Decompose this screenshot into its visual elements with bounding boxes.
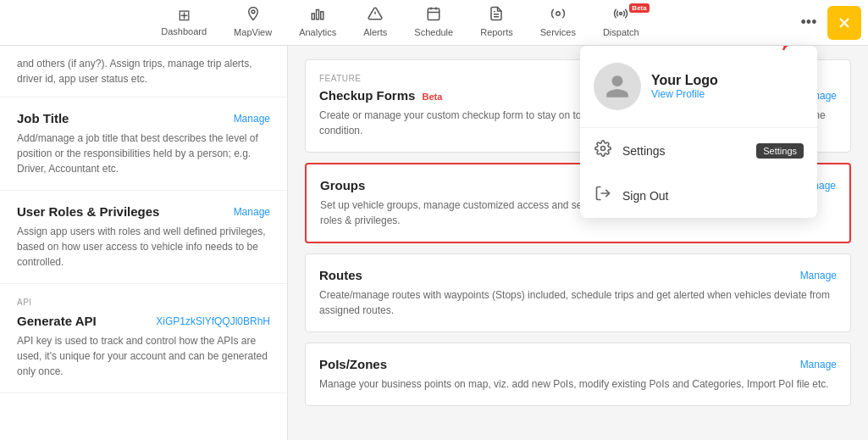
svg-rect-5 (428, 8, 440, 20)
api-tag: API (17, 298, 270, 307)
svg-rect-0 (312, 14, 314, 19)
settings-icon (594, 140, 612, 161)
api-title: Generate API (17, 314, 97, 328)
nav-item-analytics[interactable]: Analytics (285, 0, 350, 46)
job-title-section: Job Title Manage Add/manage a job title … (0, 97, 287, 191)
left-panel: and others (if any?). Assign trips, mana… (0, 46, 288, 440)
nav-label-dashboard: Dashboard (161, 26, 207, 36)
nav-item-dashboard[interactable]: ⊞ Dashboard (147, 0, 220, 46)
view-profile-link[interactable]: View Profile (651, 88, 718, 100)
nav-item-schedule[interactable]: Schedule (401, 0, 467, 46)
pois-zones-manage-link[interactable]: Manage (800, 359, 837, 370)
nav-item-services[interactable]: Services (527, 0, 589, 46)
pois-zones-desc: Manage your business points on map, viz.… (319, 376, 837, 392)
nav-label-mapview: MapView (234, 27, 272, 37)
dispatch-beta-badge: Beta (629, 3, 649, 13)
job-title-title: Job Title (17, 111, 69, 125)
svg-rect-1 (317, 9, 319, 19)
analytics-icon (310, 6, 325, 25)
dropdown-profile-section: Your Logo View Profile (580, 46, 817, 128)
api-desc: API key is used to track and control how… (17, 333, 270, 379)
signout-icon (594, 185, 612, 206)
nav-label-reports: Reports (480, 27, 513, 37)
services-icon (550, 6, 566, 25)
user-roles-section: User Roles & Privileges Manage Assign ap… (0, 191, 287, 284)
svg-point-12 (556, 11, 561, 15)
api-header: Generate API XiGP1zkSlYfQQJl0BRhH (17, 314, 270, 328)
svg-point-13 (620, 12, 622, 14)
nav-item-alerts[interactable]: Alerts (350, 0, 401, 46)
settings-menu-item[interactable]: Settings Settings (580, 128, 817, 173)
checkup-forms-title: Checkup Forms Beta (319, 88, 442, 103)
user-roles-header: User Roles & Privileges Manage (17, 204, 270, 219)
dashboard-icon: ⊞ (178, 6, 191, 25)
mapview-icon (246, 6, 261, 25)
user-roles-desc: Assign app users with roles and well def… (17, 224, 270, 270)
profile-logo-text: Your Logo (651, 73, 718, 88)
reports-icon (489, 6, 504, 25)
pois-zones-card: PoIs/Zones Manage Manage your business p… (305, 343, 851, 406)
pois-zones-header: PoIs/Zones Manage (319, 357, 837, 371)
nav-label-services: Services (540, 27, 576, 37)
groups-title: Groups (320, 178, 365, 192)
app-toggle-button[interactable] (827, 6, 861, 40)
api-section: API Generate API XiGP1zkSlYfQQJl0BRhH AP… (0, 284, 287, 393)
user-roles-manage-link[interactable]: Manage (234, 206, 270, 218)
nav-item-mapview[interactable]: MapView (220, 0, 285, 46)
avatar (594, 63, 641, 110)
nav-label-dispatch: Dispatch (603, 27, 639, 37)
nav-items-group: ⊞ Dashboard MapView Analytics Alerts (7, 0, 793, 46)
routes-card: Routes Manage Create/manage routes with … (305, 253, 851, 332)
nav-item-reports[interactable]: Reports (467, 0, 527, 46)
nav-label-alerts: Alerts (363, 27, 387, 37)
schedule-icon (426, 6, 441, 25)
job-title-header: Job Title Manage (17, 111, 270, 125)
routes-title: Routes (319, 268, 362, 282)
user-dropdown-panel: Your Logo View Profile Settings Settings… (580, 46, 817, 218)
nav-item-dispatch[interactable]: Beta Dispatch (589, 0, 653, 46)
settings-label: Settings (622, 144, 666, 158)
job-title-manage-link[interactable]: Manage (234, 113, 270, 125)
nav-end-actions: ••• (793, 6, 861, 40)
nav-label-analytics: Analytics (299, 27, 336, 37)
more-options-button[interactable]: ••• (793, 8, 824, 38)
settings-tooltip: Settings (756, 143, 804, 159)
nav-label-schedule: Schedule (414, 27, 453, 37)
svg-rect-2 (321, 11, 323, 19)
checkup-forms-beta: Beta (423, 92, 443, 102)
api-key-link[interactable]: XiGP1zkSlYfQQJl0BRhH (156, 315, 270, 327)
signout-menu-item[interactable]: Sign Out (580, 173, 817, 218)
dispatch-icon (613, 6, 628, 25)
top-navigation: ⊞ Dashboard MapView Analytics Alerts (0, 0, 868, 46)
partial-intro-text: and others (if any?). Assign trips, mana… (0, 46, 287, 97)
signout-label: Sign Out (622, 189, 668, 203)
svg-point-17 (601, 147, 605, 151)
profile-info: Your Logo View Profile (651, 73, 718, 100)
routes-manage-link[interactable]: Manage (800, 270, 837, 281)
job-title-desc: Add/manage a job title that best describ… (17, 131, 270, 176)
user-roles-title: User Roles & Privileges (17, 204, 159, 219)
pois-zones-title: PoIs/Zones (319, 357, 387, 371)
routes-header: Routes Manage (319, 268, 837, 282)
routes-desc: Create/manage routes with waypoints (Sto… (319, 287, 837, 318)
alerts-icon (368, 6, 383, 25)
